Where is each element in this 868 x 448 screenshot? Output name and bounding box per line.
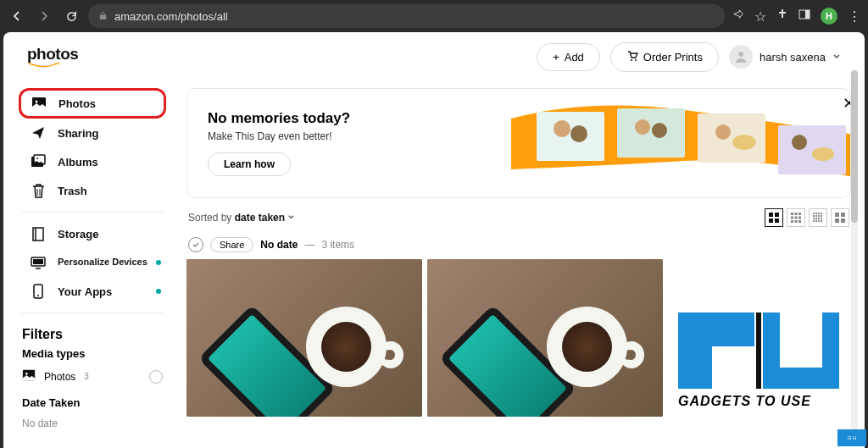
svg-rect-40: [795, 217, 798, 219]
svg-rect-35: [775, 218, 779, 223]
sidebar-item-photos[interactable]: Photos: [19, 88, 166, 119]
svg-rect-37: [795, 213, 798, 215]
photo-thumbnail[interactable]: [427, 259, 663, 417]
svg-rect-14: [33, 259, 43, 264]
svg-point-19: [25, 373, 28, 375]
url-bar[interactable]: amazon.com/photos/all: [88, 4, 725, 28]
photo-thumbnail[interactable]: [186, 259, 422, 417]
svg-point-30: [792, 135, 807, 150]
watermark: GADGETS TO USE: [678, 312, 848, 431]
memories-banner: ✕ No memories today? Make This Day even …: [186, 88, 851, 198]
svg-rect-38: [798, 213, 801, 215]
sidebar-item-label: Photos: [58, 97, 96, 110]
svg-rect-48: [821, 213, 822, 214]
svg-rect-2: [805, 10, 810, 19]
sidebar-item-label: Your Apps: [58, 285, 112, 298]
filter-photos[interactable]: Photos 3: [22, 365, 163, 388]
view-large-grid[interactable]: [765, 208, 783, 227]
corner-badge: G·U: [837, 429, 866, 446]
notification-dot: [156, 260, 161, 265]
svg-rect-53: [813, 218, 815, 219]
svg-rect-45: [813, 213, 815, 214]
select-all-check[interactable]: [188, 237, 203, 252]
extensions-icon[interactable]: [776, 8, 788, 24]
filters-heading: Filters: [22, 327, 163, 342]
watermark-text: GADGETS TO USE: [678, 394, 848, 409]
svg-rect-41: [798, 217, 801, 219]
chevron-down-icon: [287, 212, 295, 224]
svg-rect-55: [818, 218, 820, 219]
svg-rect-34: [769, 218, 773, 223]
back-button[interactable]: [7, 6, 27, 26]
reload-button[interactable]: [61, 6, 81, 26]
cart-icon: [626, 50, 638, 64]
svg-point-25: [570, 125, 587, 142]
sort-dropdown[interactable]: Sorted by date taken: [188, 212, 295, 224]
svg-rect-63: [835, 218, 839, 223]
svg-rect-21: [617, 108, 685, 158]
sidebar-item-albums[interactable]: Albums: [19, 147, 166, 176]
menu-icon[interactable]: ⋮: [848, 8, 861, 25]
sidebar-item-trash[interactable]: Trash: [19, 176, 166, 205]
view-medium-grid[interactable]: [787, 208, 805, 227]
media-types-label: Media types: [22, 347, 163, 360]
sidebar-item-label: Albums: [58, 156, 98, 169]
image-icon: [22, 368, 36, 384]
sidebar-item-label: Trash: [58, 185, 87, 197]
radio[interactable]: [149, 370, 163, 384]
svg-point-4: [635, 59, 637, 61]
svg-rect-64: [841, 218, 845, 223]
album-icon: [31, 154, 46, 169]
add-button[interactable]: + Add: [537, 43, 600, 71]
logo-text: photos: [27, 45, 78, 64]
svg-rect-60: [821, 220, 822, 222]
banner-subtitle: Make This Day even better!: [208, 130, 350, 142]
divider: [22, 212, 163, 213]
svg-rect-61: [835, 213, 839, 217]
avatar: [729, 45, 753, 69]
user-menu[interactable]: harsh saxena: [729, 45, 841, 69]
forward-button[interactable]: [34, 6, 54, 26]
svg-rect-59: [818, 220, 820, 222]
order-prints-button[interactable]: Order Prints: [610, 42, 719, 72]
sidebar-item-label: Storage: [58, 228, 98, 241]
svg-rect-56: [821, 218, 822, 219]
learn-how-button[interactable]: Learn how: [208, 152, 291, 176]
filmstrip-illustration: [503, 93, 851, 195]
chevron-down-icon: [832, 49, 841, 64]
share-button[interactable]: Share: [210, 237, 253, 252]
phone-icon: [31, 284, 46, 299]
sidebar-item-sharing[interactable]: Sharing: [19, 119, 166, 147]
star-icon[interactable]: ☆: [754, 8, 766, 25]
svg-rect-36: [791, 213, 793, 215]
svg-rect-47: [818, 213, 820, 214]
divider: [22, 312, 163, 313]
sidebar-item-apps[interactable]: Your Apps: [19, 277, 166, 306]
notification-dot: [156, 289, 161, 294]
image-icon: [31, 96, 47, 111]
monitor-icon: [31, 255, 46, 270]
plus-icon: +: [553, 51, 559, 64]
svg-rect-11: [33, 228, 43, 241]
svg-rect-50: [815, 215, 817, 217]
filter-nodate[interactable]: No date: [22, 414, 163, 433]
send-icon: [31, 125, 46, 141]
amazon-smile-icon: [27, 62, 61, 69]
sidebar-item-personalize[interactable]: Personalize Devices: [19, 248, 166, 277]
panel-icon[interactable]: [798, 8, 810, 24]
svg-rect-58: [815, 220, 817, 222]
page: photos + Add Order Prints harsh saxena: [3, 32, 865, 448]
share-icon[interactable]: [732, 8, 744, 25]
profile-badge[interactable]: H: [821, 8, 837, 25]
sidebar-item-storage[interactable]: Storage: [19, 219, 166, 248]
banner-title: No memories today?: [208, 110, 350, 127]
svg-point-17: [37, 295, 39, 296]
logo[interactable]: photos: [27, 45, 78, 69]
separator: —: [304, 239, 314, 251]
svg-rect-62: [841, 213, 845, 217]
view-list[interactable]: [831, 208, 849, 227]
view-small-grid[interactable]: [809, 208, 827, 227]
svg-point-29: [732, 135, 756, 150]
group-header: Share No date — 3 items: [186, 234, 851, 259]
svg-rect-23: [778, 125, 846, 174]
